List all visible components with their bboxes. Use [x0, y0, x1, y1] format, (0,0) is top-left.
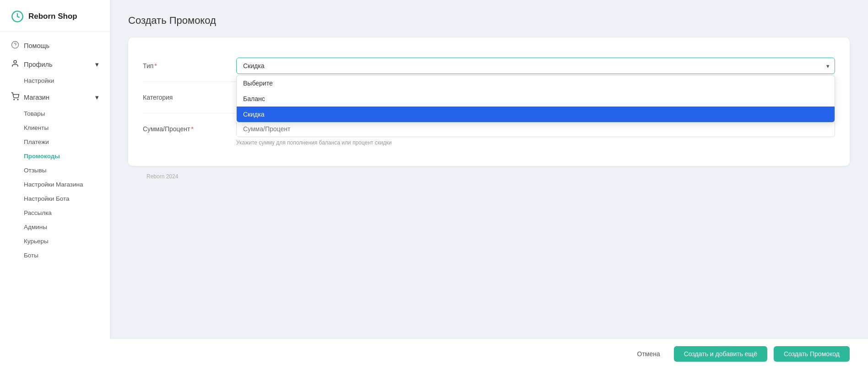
sidebar-item-help-label: Помощь [24, 42, 49, 49]
category-label: Категория [143, 89, 225, 101]
sidebar-nav: Помощь Профиль ▾ Настройки [0, 32, 110, 369]
clock-icon [11, 10, 24, 23]
sidebar-item-profile[interactable]: Профиль ▾ [0, 55, 110, 74]
main-area: Создать Промокод Тип* ВыберитеБалансСкид… [110, 0, 868, 369]
page-title: Создать Промокод [128, 15, 850, 27]
sidebar-item-payments[interactable]: Платежи [0, 135, 110, 149]
sidebar-item-mailing[interactable]: Рассылка [0, 206, 110, 220]
sidebar-item-bots[interactable]: Боты [0, 248, 110, 262]
footer-bar: Отмена Создать и добавить ещё Создать Пр… [110, 338, 868, 369]
store-label: Магазин [24, 94, 49, 101]
type-dropdown-menu[interactable]: Выберите Баланс Скидка [236, 75, 835, 123]
profile-label: Профиль [24, 61, 53, 68]
page-footer: Reborn 2024 [128, 166, 850, 183]
sidebar-item-promocodes[interactable]: Промокоды [0, 149, 110, 163]
amount-input[interactable] [236, 121, 835, 137]
chevron-down-icon: ▾ [95, 61, 99, 68]
sidebar: Reborn Shop Помощь [0, 0, 110, 369]
type-select[interactable]: ВыберитеБалансСкидка [236, 58, 835, 74]
type-label: Тип* [143, 58, 225, 70]
sidebar-item-clients[interactable]: Клиенты [0, 121, 110, 135]
sidebar-item-help[interactable]: Помощь [0, 36, 110, 55]
amount-control-wrap: Укажите сумму для пополнения баланса или… [236, 121, 835, 146]
store-chevron-icon: ▾ [95, 94, 99, 101]
sidebar-item-settings[interactable]: Настройки [0, 74, 110, 88]
sidebar-item-reviews[interactable]: Отзывы [0, 163, 110, 177]
svg-point-4 [14, 99, 15, 100]
person-icon [11, 59, 19, 69]
sidebar-item-bot-settings[interactable]: Настройки Бота [0, 192, 110, 206]
type-select-wrapper: ВыберитеБалансСкидка ▾ [236, 58, 835, 74]
main-content: Создать Промокод Тип* ВыберитеБалансСкид… [110, 0, 868, 338]
sidebar-item-store-settings[interactable]: Настройки Магазина [0, 177, 110, 192]
sidebar-item-goods[interactable]: Товары [0, 107, 110, 121]
sidebar-item-store[interactable]: Магазин ▾ [0, 88, 110, 107]
dropdown-option-choose[interactable]: Выберите [237, 75, 835, 91]
svg-point-5 [17, 99, 18, 100]
create-add-button[interactable]: Создать и добавить ещё [674, 346, 767, 362]
amount-label: Сумма/Процент* [143, 121, 225, 133]
create-button[interactable]: Создать Промокод [774, 346, 850, 362]
amount-hint: Укажите сумму для пополнения баланса или… [236, 139, 835, 146]
sidebar-logo[interactable]: Reborn Shop [0, 0, 110, 32]
logo-text: Reborn Shop [28, 12, 77, 21]
form-row-type: Тип* ВыберитеБалансСкидка ▾ Выберите Бал… [143, 50, 835, 82]
help-icon [11, 41, 19, 50]
dropdown-option-balance[interactable]: Баланс [237, 91, 835, 107]
cancel-button[interactable]: Отмена [630, 347, 667, 361]
type-control-wrap: ВыберитеБалансСкидка ▾ Выберите Баланс С… [236, 58, 835, 74]
cart-icon [11, 92, 19, 102]
sidebar-item-admins[interactable]: Админы [0, 220, 110, 234]
sidebar-item-couriers[interactable]: Курьеры [0, 234, 110, 248]
form-card: Тип* ВыберитеБалансСкидка ▾ Выберите Бал… [128, 37, 850, 166]
svg-point-3 [14, 60, 16, 63]
dropdown-option-discount[interactable]: Скидка [237, 107, 835, 122]
